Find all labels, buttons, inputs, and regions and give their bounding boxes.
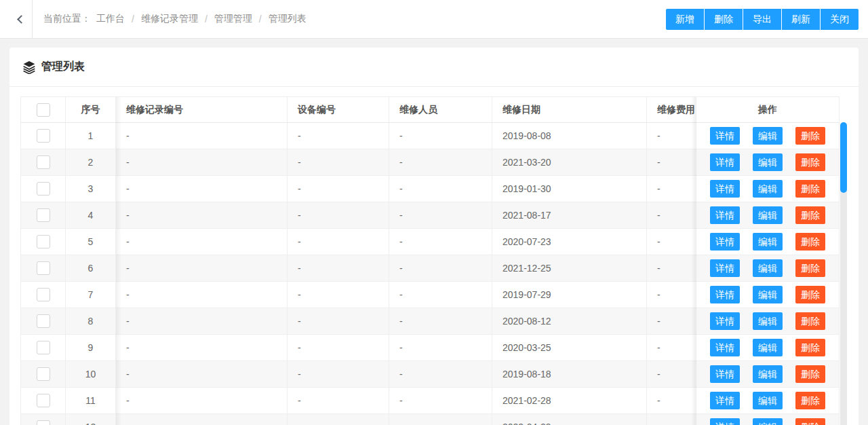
row-checkbox[interactable] <box>37 155 50 169</box>
cell-date: 2019-08-18 <box>492 361 647 387</box>
edit-button[interactable]: 编辑 <box>753 312 783 330</box>
detail-button[interactable]: 详情 <box>710 286 740 303</box>
cell-staff: - <box>389 388 492 413</box>
edit-button[interactable]: 编辑 <box>753 153 783 171</box>
breadcrumb: 当前位置： 工作台/维修记录管理/管理管理/管理列表 <box>43 0 307 38</box>
detail-button[interactable]: 详情 <box>710 233 740 251</box>
cell-staff: - <box>389 255 492 281</box>
cell-date: 2020-07-23 <box>492 229 647 255</box>
action-row: 详情编辑删除 <box>696 176 839 202</box>
cell-staff: - <box>389 176 492 202</box>
detail-button[interactable]: 详情 <box>710 365 740 383</box>
breadcrumb-item-2[interactable]: 管理管理 <box>214 13 252 25</box>
topbar-divider <box>32 0 33 38</box>
edit-button[interactable]: 编辑 <box>753 206 783 224</box>
cell-device-no: - <box>288 202 389 228</box>
delete-button[interactable]: 删除 <box>705 9 743 30</box>
edit-button[interactable]: 编辑 <box>753 418 783 425</box>
add-button[interactable]: 新增 <box>666 9 704 30</box>
refresh-button[interactable]: 刷新 <box>782 9 820 30</box>
edit-button[interactable]: 编辑 <box>753 180 783 198</box>
detail-button[interactable]: 详情 <box>710 259 740 277</box>
content-panel: 管理列表 序号维修记录编号设备编号维修人员维修日期维修费用 1---2019-0… <box>9 48 859 425</box>
row-checkbox[interactable] <box>37 420 50 425</box>
row-checkbox[interactable] <box>37 129 50 143</box>
cell-staff: - <box>389 308 492 334</box>
breadcrumb-item-0[interactable]: 工作台 <box>96 13 125 25</box>
cell-staff: - <box>389 149 492 175</box>
cell-checkbox <box>21 202 66 228</box>
cell-date: 2021-03-20 <box>492 149 647 175</box>
cell-device-no: - <box>288 149 389 175</box>
row-checkbox[interactable] <box>37 235 50 248</box>
delete-button[interactable]: 删除 <box>795 180 825 198</box>
row-checkbox[interactable] <box>37 288 50 301</box>
edit-button[interactable]: 编辑 <box>753 259 783 277</box>
layers-icon <box>22 60 36 74</box>
edit-button[interactable]: 编辑 <box>753 392 783 409</box>
delete-button[interactable]: 删除 <box>795 259 825 277</box>
action-row: 详情编辑删除 <box>696 388 839 414</box>
cell-device-no: - <box>288 335 389 361</box>
edit-button[interactable]: 编辑 <box>753 233 783 251</box>
cell-date: 2019-07-29 <box>492 282 647 308</box>
row-checkbox[interactable] <box>37 341 50 354</box>
edit-button[interactable]: 编辑 <box>753 339 783 356</box>
delete-button[interactable]: 删除 <box>795 206 825 224</box>
close-button[interactable]: 关闭 <box>821 9 859 30</box>
back-button[interactable] <box>9 0 31 39</box>
delete-button[interactable]: 删除 <box>795 365 825 383</box>
delete-button[interactable]: 删除 <box>795 418 825 425</box>
cell-index: 6 <box>66 255 116 281</box>
select-all-checkbox[interactable] <box>37 103 50 117</box>
detail-button[interactable]: 详情 <box>710 339 740 356</box>
scrollbar-thumb[interactable] <box>840 122 847 193</box>
cell-record-no: - <box>116 414 288 425</box>
cell-device-no: - <box>288 176 389 202</box>
cell-date: 2021-02-28 <box>492 388 647 413</box>
cell-staff: - <box>389 282 492 308</box>
cell-record-no: - <box>116 229 288 255</box>
cell-record-no: - <box>116 255 288 281</box>
header-cell-index: 序号 <box>66 97 116 122</box>
row-checkbox[interactable] <box>37 394 50 407</box>
delete-button[interactable]: 删除 <box>795 392 825 409</box>
cell-record-no: - <box>116 282 288 308</box>
cell-record-no: - <box>116 361 288 387</box>
detail-button[interactable]: 详情 <box>710 127 740 145</box>
export-button[interactable]: 导出 <box>743 9 781 30</box>
edit-button[interactable]: 编辑 <box>753 127 783 145</box>
detail-button[interactable]: 详情 <box>710 418 740 425</box>
delete-button[interactable]: 删除 <box>795 339 825 356</box>
delete-button[interactable]: 删除 <box>795 153 825 171</box>
edit-button[interactable]: 编辑 <box>753 286 783 303</box>
chevron-left-icon <box>17 15 26 24</box>
breadcrumb-item-1[interactable]: 维修记录管理 <box>141 13 198 25</box>
cell-checkbox <box>21 335 66 361</box>
detail-button[interactable]: 详情 <box>710 206 740 224</box>
delete-button[interactable]: 删除 <box>795 286 825 303</box>
delete-button[interactable]: 删除 <box>795 233 825 251</box>
scrollbar-track[interactable] <box>840 122 847 425</box>
detail-button[interactable]: 详情 <box>710 153 740 171</box>
cell-date: 2021-12-25 <box>492 255 647 281</box>
delete-button[interactable]: 删除 <box>795 127 825 145</box>
page-title: 管理列表 <box>41 60 85 74</box>
delete-button[interactable]: 删除 <box>795 312 825 330</box>
row-checkbox[interactable] <box>37 367 50 381</box>
row-checkbox[interactable] <box>37 261 50 275</box>
edit-button[interactable]: 编辑 <box>753 365 783 383</box>
header-cell-device-no: 设备编号 <box>288 97 389 122</box>
row-checkbox[interactable] <box>37 182 50 196</box>
cell-device-no: - <box>288 388 389 413</box>
detail-button[interactable]: 详情 <box>710 180 740 198</box>
row-checkbox[interactable] <box>37 314 50 328</box>
detail-button[interactable]: 详情 <box>710 312 740 330</box>
action-row: 详情编辑删除 <box>696 282 839 308</box>
topbar: 当前位置： 工作台/维修记录管理/管理管理/管理列表 新增删除导出刷新关闭 <box>0 0 868 39</box>
breadcrumb-item-3: 管理列表 <box>269 13 307 25</box>
cell-device-no: - <box>288 414 389 425</box>
row-checkbox[interactable] <box>37 208 50 222</box>
cell-checkbox <box>21 414 66 425</box>
detail-button[interactable]: 详情 <box>710 392 740 409</box>
